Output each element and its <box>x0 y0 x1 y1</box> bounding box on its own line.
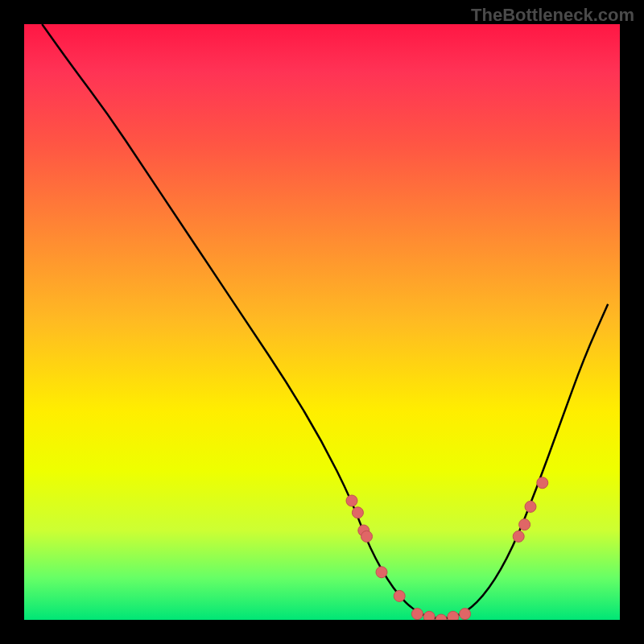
watermark-text: TheBottleneck.com <box>471 5 634 26</box>
plot-area <box>24 24 620 620</box>
highlight-dot <box>448 611 459 620</box>
highlight-dot <box>394 590 405 601</box>
highlight-dot <box>519 519 530 530</box>
chart-svg <box>24 24 620 620</box>
highlight-dot <box>423 611 435 620</box>
highlight-dot <box>525 501 536 512</box>
highlight-dots-group <box>346 477 548 620</box>
highlight-dot <box>346 495 357 506</box>
highlight-dot <box>460 609 471 620</box>
highlight-dot <box>513 530 524 542</box>
highlight-dot <box>361 530 373 542</box>
highlight-dot <box>376 567 387 578</box>
highlight-dot <box>352 507 363 518</box>
highlight-dot <box>436 614 447 620</box>
highlight-dot <box>411 609 423 620</box>
highlight-dot <box>537 477 548 489</box>
